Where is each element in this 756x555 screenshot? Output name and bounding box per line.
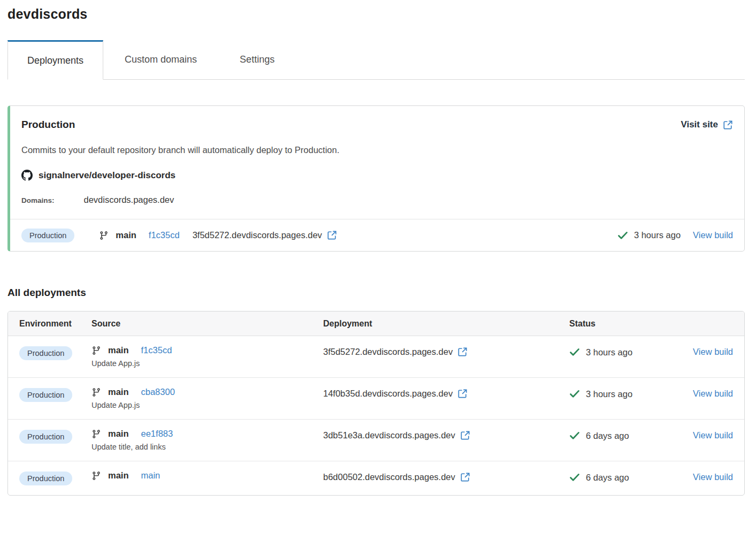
repo-link[interactable]: signalnerve/developer-discords xyxy=(21,170,733,181)
production-card-title: Production xyxy=(21,119,75,131)
column-header-environment: Environment xyxy=(8,319,91,329)
deployment-status: 6 days ago xyxy=(569,472,683,483)
git-branch-icon xyxy=(99,231,109,240)
github-icon xyxy=(21,170,33,181)
status-time: 3 hours ago xyxy=(586,389,632,399)
deployment-url-link[interactable]: b6d00502.devdiscords.pages.dev xyxy=(323,472,569,482)
commit-link[interactable]: main xyxy=(141,470,161,481)
visit-site-label: Visit site xyxy=(681,119,718,130)
view-build-link[interactable]: View build xyxy=(693,430,733,440)
branch-name: main xyxy=(108,429,129,439)
deployment-url: 14f0b35d.devdiscords.pages.dev xyxy=(323,389,453,399)
table-row: Production main f1c35cd Update App.js 3f… xyxy=(8,336,744,377)
status-time: 6 days ago xyxy=(586,431,629,441)
git-branch-icon xyxy=(91,471,101,481)
view-build-link[interactable]: View build xyxy=(693,472,733,482)
table-row: Production main cba8300 Update App.js 14… xyxy=(8,377,744,419)
external-link-icon xyxy=(460,472,470,482)
environment-badge: Production xyxy=(21,229,74,242)
deployment-status: 3 hours ago xyxy=(569,389,683,399)
branch-name: main xyxy=(108,345,129,355)
column-header-source: Source xyxy=(91,319,323,329)
external-link-icon xyxy=(723,120,733,130)
column-header-deployment: Deployment xyxy=(323,319,569,329)
all-deployments-title: All deployments xyxy=(7,287,745,299)
external-link-icon xyxy=(327,230,337,240)
status-time: 3 hours ago xyxy=(634,230,681,240)
check-icon xyxy=(569,430,580,441)
column-header-status: Status xyxy=(569,319,683,329)
deployments-table: Environment Source Deployment Status Pro… xyxy=(7,311,745,496)
page-title: devdiscords xyxy=(7,6,745,22)
view-build-link[interactable]: View build xyxy=(693,347,733,357)
git-branch-icon xyxy=(91,429,101,439)
branch-name: main xyxy=(116,230,136,240)
repo-name: signalnerve/developer-discords xyxy=(39,170,175,181)
domains-label: Domains: xyxy=(21,196,55,204)
deployment-url: b6d00502.devdiscords.pages.dev xyxy=(323,472,455,482)
table-header-row: Environment Source Deployment Status xyxy=(8,311,744,336)
deployment-status: 6 days ago xyxy=(569,430,683,441)
commit-link[interactable]: cba8300 xyxy=(141,387,175,397)
visit-site-link[interactable]: Visit site xyxy=(681,119,733,130)
environment-badge: Production xyxy=(19,346,72,360)
tab-custom-domains-label: Custom domains xyxy=(125,54,197,65)
commit-link[interactable]: f1c35cd xyxy=(141,345,172,355)
check-icon xyxy=(569,347,580,358)
check-icon xyxy=(569,472,580,483)
deployment-status: 3 hours ago xyxy=(617,230,681,241)
view-build-link[interactable]: View build xyxy=(693,230,733,240)
tab-custom-domains[interactable]: Custom domains xyxy=(103,40,218,79)
deployment-url-link[interactable]: 3f5d5272.devdiscords.pages.dev xyxy=(193,230,337,240)
external-link-icon xyxy=(457,347,468,357)
tab-deployments[interactable]: Deployments xyxy=(7,40,103,80)
tab-settings-label: Settings xyxy=(240,54,274,65)
check-icon xyxy=(617,230,628,241)
deployment-url: 3db51e3a.devdiscords.pages.dev xyxy=(323,430,455,440)
tab-settings[interactable]: Settings xyxy=(218,40,296,79)
domains-value: devdiscords.pages.dev xyxy=(84,195,174,205)
deployment-url-link[interactable]: 3f5d5272.devdiscords.pages.dev xyxy=(323,347,569,357)
deployment-url: 3f5d5272.devdiscords.pages.dev xyxy=(323,347,453,357)
production-description: Commits to your default repository branc… xyxy=(21,145,733,155)
view-build-link[interactable]: View build xyxy=(693,389,733,399)
commit-message: Update title, add links xyxy=(91,443,323,451)
status-time: 6 days ago xyxy=(586,473,629,483)
environment-badge: Production xyxy=(19,472,72,485)
status-time: 3 hours ago xyxy=(586,347,632,358)
table-row: Production main ee1f883 Update title, ad… xyxy=(8,419,744,461)
commit-link[interactable]: ee1f883 xyxy=(141,429,173,439)
commit-message: Update App.js xyxy=(91,359,323,368)
page: devdiscords Deployments Custom domains S… xyxy=(0,0,756,496)
tab-bar: Deployments Custom domains Settings xyxy=(7,40,745,80)
environment-badge: Production xyxy=(19,388,72,402)
deployment-status: 3 hours ago xyxy=(569,347,683,358)
table-row: Production main main b6d00502.devdiscord… xyxy=(8,461,744,495)
external-link-icon xyxy=(460,430,470,440)
check-icon xyxy=(569,389,580,399)
deployment-url: 3f5d5272.devdiscords.pages.dev xyxy=(193,230,322,240)
git-branch-icon xyxy=(91,346,101,355)
deployment-url-link[interactable]: 14f0b35d.devdiscords.pages.dev xyxy=(323,389,569,399)
commit-link[interactable]: f1c35cd xyxy=(149,230,180,240)
deployment-url-link[interactable]: 3db51e3a.devdiscords.pages.dev xyxy=(323,430,569,440)
commit-message: Update App.js xyxy=(91,401,323,409)
environment-badge: Production xyxy=(19,430,72,444)
branch-name: main xyxy=(108,387,129,397)
external-link-icon xyxy=(457,389,468,399)
domains-row: Domains: devdiscords.pages.dev xyxy=(21,195,733,219)
branch-name: main xyxy=(108,470,129,481)
production-card: Production Visit site Commits to your de… xyxy=(7,105,745,252)
production-deployment-row: Production main f1c35cd 3f5d5272.devdisc… xyxy=(10,219,744,251)
git-branch-icon xyxy=(91,387,101,397)
tab-deployments-label: Deployments xyxy=(27,55,83,66)
